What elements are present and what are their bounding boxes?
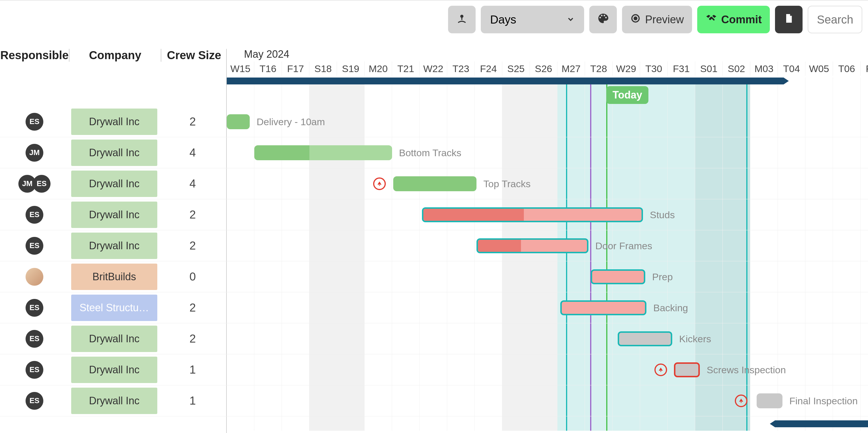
task-bar[interactable] (560, 300, 646, 315)
task-row: ESDrywall Inc1Final Inspection (0, 385, 868, 416)
crew-cell: 1 (160, 394, 226, 407)
search-input[interactable] (808, 6, 862, 33)
company-cell[interactable]: Drywall Inc (71, 233, 157, 259)
crew-cell: 4 (160, 146, 226, 159)
task-bar[interactable] (422, 207, 643, 222)
task-row: ESDrywall Inc1Screws Inspection (0, 354, 868, 385)
task: Screws Inspection (674, 362, 786, 377)
col-crew: Crew Size (161, 49, 227, 62)
avatar[interactable]: ES (33, 175, 51, 193)
responsible-cell: JM (0, 144, 69, 162)
task: Backing (560, 300, 688, 315)
task: Prep (591, 269, 673, 284)
company-cell[interactable]: Drywall Inc (71, 202, 157, 228)
svg-point-0 (461, 15, 463, 17)
palette-button[interactable] (589, 6, 617, 33)
task: Top Tracks (393, 176, 530, 191)
day-header: S26 (530, 61, 557, 76)
company-cell[interactable]: Drywall Inc (71, 326, 157, 352)
day-header: T28 (585, 61, 613, 76)
task-bar[interactable] (674, 362, 700, 377)
avatar[interactable]: ES (26, 299, 43, 317)
task-label: Screws Inspection (707, 364, 786, 376)
crew-cell: 2 (160, 301, 226, 314)
roadblock-icon[interactable] (654, 364, 667, 376)
task: Bottom Tracks (254, 145, 461, 160)
crew-cell: 2 (160, 208, 226, 221)
task-bar[interactable] (254, 145, 392, 160)
roadblock-icon[interactable] (735, 395, 747, 407)
responsible-cell: ES (0, 206, 69, 224)
avatar[interactable]: ES (26, 392, 43, 410)
responsible-cell: ES (0, 361, 69, 379)
day-header: T21 (392, 61, 420, 76)
responsible-cell: ES (0, 299, 69, 317)
scale-dropdown[interactable]: Days (481, 6, 584, 33)
day-header: M03 (750, 61, 778, 76)
day-header: S02 (723, 61, 750, 76)
company-cell[interactable]: Drywall Inc (71, 388, 157, 414)
svg-point-2 (634, 17, 637, 20)
month-label: May 2024 (244, 48, 289, 60)
task: Delivery - 10am (227, 114, 325, 129)
location-button[interactable] (448, 6, 476, 33)
avatar[interactable] (26, 268, 43, 286)
preview-label: Preview (645, 13, 684, 26)
task-label: Kickers (679, 333, 711, 345)
task-bar[interactable] (756, 393, 782, 408)
timeline-header: W15T16F17S18S19M20T21W22T23F24S25S26M27T… (227, 61, 868, 76)
company-cell[interactable]: Drywall Inc (71, 357, 157, 383)
company-cell[interactable]: BritBuilds (71, 264, 157, 290)
task-row: ESDrywall Inc2Studs (0, 199, 868, 230)
task-bar[interactable] (227, 114, 250, 129)
commit-button[interactable]: Commit (697, 6, 770, 33)
day-header: T16 (254, 61, 282, 76)
day-header: T04 (778, 61, 805, 76)
document-button[interactable] (775, 6, 803, 33)
task-bar[interactable] (393, 176, 476, 191)
summary-bar-bottom[interactable] (775, 421, 868, 427)
day-header: W15 (227, 61, 254, 76)
task-label: Final Inspection (789, 395, 858, 407)
pin-drop-icon (456, 12, 468, 27)
day-header: S25 (502, 61, 530, 76)
task: Door Frames (476, 238, 652, 253)
crew-cell: 0 (160, 270, 226, 283)
task-bar[interactable] (591, 269, 645, 284)
task: Studs (422, 207, 675, 222)
company-cell[interactable]: Drywall Inc (71, 171, 157, 197)
avatar[interactable]: ES (26, 237, 43, 255)
responsible-cell: JMES (0, 175, 69, 193)
crew-cell: 2 (160, 115, 226, 128)
responsible-cell: ES (0, 237, 69, 255)
roadblock-icon[interactable] (373, 178, 386, 190)
task-bar[interactable] (618, 331, 672, 346)
task-label: Top Tracks (484, 178, 530, 189)
responsible-cell: ES (0, 392, 69, 410)
handshake-icon (705, 12, 717, 27)
company-cell[interactable]: Steel Structu… (71, 295, 157, 321)
columns-header: Responsible Company Crew Size (0, 49, 227, 62)
responsible-cell: ES (0, 113, 69, 131)
preview-button[interactable]: Preview (622, 6, 692, 33)
avatar[interactable]: ES (26, 206, 43, 224)
avatar[interactable]: ES (26, 330, 43, 348)
day-header: S19 (337, 61, 365, 76)
crew-cell: 4 (160, 177, 226, 190)
avatar[interactable]: JM (26, 144, 43, 162)
document-icon (784, 13, 794, 26)
task-label: Door Frames (595, 240, 652, 251)
avatar[interactable]: ES (26, 113, 43, 131)
avatar[interactable]: ES (26, 361, 43, 379)
task-label: Delivery - 10am (257, 116, 325, 127)
company-cell[interactable]: Drywall Inc (71, 109, 157, 135)
task-row: BritBuilds0Prep (0, 261, 868, 292)
task-row: ESDrywall Inc2Door Frames (0, 230, 868, 261)
task-row: JMESDrywall Inc4Top Tracks (0, 168, 868, 199)
day-header: T23 (447, 61, 475, 76)
task-bar[interactable] (476, 238, 588, 253)
today-badge: Today (606, 86, 648, 104)
summary-bar-top[interactable] (227, 78, 784, 85)
crew-cell: 1 (160, 363, 226, 376)
company-cell[interactable]: Drywall Inc (71, 140, 157, 166)
